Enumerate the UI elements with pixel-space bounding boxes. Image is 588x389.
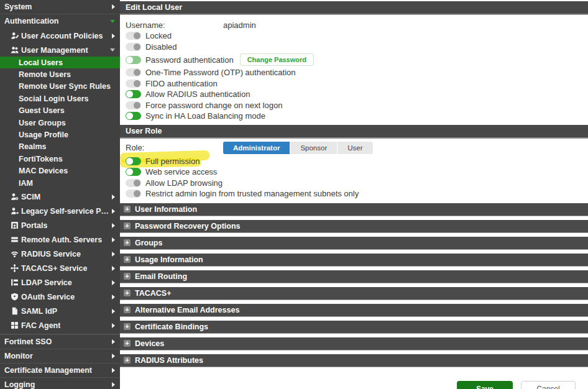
change-password-button[interactable]: Change Password: [240, 53, 314, 66]
sidebar-item-remote-users[interactable]: Remote Users: [0, 68, 120, 80]
expand-plus-icon[interactable]: +: [124, 306, 131, 313]
sidebar-item-logging[interactable]: Logging: [0, 377, 120, 389]
sidebar-item-ldap-service[interactable]: LDAP Service: [0, 276, 120, 289]
sidebar-item-certificate-management[interactable]: Certificate Management: [0, 363, 120, 377]
expand-plus-icon[interactable]: +: [124, 206, 131, 213]
user-role-form: Role: Administrator Sponsor User Full pe…: [120, 142, 588, 199]
sidebar-item-usage-profile[interactable]: Usage Profile: [0, 129, 120, 140]
role-sponsor-button[interactable]: Sponsor: [290, 142, 337, 154]
section-tacacs[interactable]: + TACACS+: [120, 287, 588, 300]
chevron-right-icon: [112, 368, 115, 373]
sidebar-item-fortitokens[interactable]: FortiTokens: [0, 153, 120, 165]
password-auth-toggle[interactable]: [126, 56, 141, 64]
sidebar-item-iam[interactable]: IAM: [0, 177, 120, 189]
expand-plus-icon[interactable]: +: [124, 222, 131, 229]
sidebar-item-oauth-service[interactable]: OAuth Service: [0, 290, 120, 303]
user-arrow-icon: [11, 207, 21, 215]
ha-sync-toggle[interactable]: [126, 112, 141, 120]
section-radius-attributes[interactable]: + RADIUS Attributes: [120, 354, 588, 367]
sidebar-item-user-groups[interactable]: User Groups: [0, 117, 120, 129]
chevron-right-icon: [112, 209, 115, 214]
document-icon: [11, 307, 21, 315]
section-groups[interactable]: + Groups: [120, 237, 588, 250]
sidebar-item-fortinet-sso[interactable]: Fortinet SSO: [0, 334, 120, 349]
sidebar-item-tacacs-service[interactable]: TACACS+ Service: [0, 262, 120, 275]
expand-plus-icon[interactable]: +: [124, 239, 131, 246]
locked-toggle[interactable]: [126, 32, 141, 40]
otp-auth-toggle[interactable]: [126, 68, 141, 76]
section-devices[interactable]: + Devices: [120, 337, 588, 350]
sidebar-item-authentication[interactable]: Authentication: [0, 14, 120, 28]
sidebar-item-label: User Management: [21, 46, 88, 55]
sidebar-item-user-management[interactable]: User Management: [0, 43, 120, 57]
toggle-label: Web service access: [145, 167, 217, 176]
force-password-change-toggle[interactable]: [126, 101, 141, 109]
sidebar-item-label: Portals: [21, 221, 47, 230]
expand-plus-icon[interactable]: +: [124, 290, 131, 296]
section-label: Password Recovery Options: [135, 222, 241, 231]
sidebar-item-remote-auth-servers[interactable]: Remote Auth. Servers: [0, 233, 120, 246]
role-user-button[interactable]: User: [338, 142, 372, 154]
sidebar-item-mac-devices[interactable]: MAC Devices: [0, 165, 120, 177]
sidebar-item-user-account-policies[interactable]: User Account Policies: [0, 29, 120, 42]
sidebar-item-radius-service[interactable]: RADIUS Service: [0, 247, 120, 260]
toggle-label: FIDO authentication: [145, 79, 218, 88]
sidebar-item-remote-user-sync-rules[interactable]: Remote User Sync Rules: [0, 81, 120, 93]
sidebar-item-saml-idp[interactable]: SAML IdP: [0, 304, 120, 318]
expand-plus-icon[interactable]: +: [124, 256, 131, 263]
sidebar-item-label: SAML IdP: [21, 307, 57, 316]
sidebar-item-label: LDAP Service: [21, 278, 72, 287]
sidebar-item-fac-agent[interactable]: FAC Agent: [0, 319, 120, 332]
sidebar-item-label: Authentication: [4, 17, 59, 25]
user-role-header: User Role: [120, 125, 588, 139]
toggle-label: Locked: [145, 31, 172, 40]
ldap-browsing-toggle[interactable]: [126, 179, 141, 187]
sidebar-item-label: Fortinet SSO: [4, 337, 52, 346]
sidebar-item-label: MAC Devices: [19, 167, 68, 175]
disabled-toggle[interactable]: [126, 43, 141, 51]
sidebar-item-label: Social Login Users: [19, 94, 89, 103]
chevron-right-icon: [112, 34, 115, 39]
full-permission-toggle[interactable]: [126, 157, 141, 165]
sidebar-item-label: SCIM: [21, 193, 40, 201]
toggle-row-ha-sync: Sync in HA Load Balancing mode: [126, 111, 588, 122]
expand-plus-icon[interactable]: +: [124, 273, 131, 280]
section-label: Usage Information: [135, 255, 203, 264]
section-label: Groups: [135, 239, 162, 247]
section-password-recovery-options[interactable]: + Password Recovery Options: [120, 220, 588, 233]
section-alternative-email-addresses[interactable]: + Alternative Email Addresses: [120, 304, 588, 317]
toggle-label: Allow RADIUS authentication: [145, 89, 250, 99]
sidebar-item-social-login-users[interactable]: Social Login Users: [0, 93, 120, 104]
sidebar-item-guest-users[interactable]: Guest Users: [0, 105, 120, 117]
cancel-button[interactable]: Cancel: [521, 381, 576, 389]
shield-icon: [11, 293, 21, 301]
sidebar-item-legacy-self-service-portal[interactable]: Legacy Self-service Portal: [0, 204, 120, 217]
sidebar-item-system[interactable]: System: [0, 0, 120, 14]
sidebar-item-realms[interactable]: Realms: [0, 141, 120, 153]
section-certificate-bindings[interactable]: + Certificate Bindings: [120, 321, 588, 334]
section-user-information[interactable]: + User Information: [120, 203, 588, 216]
expand-plus-icon[interactable]: +: [124, 357, 131, 364]
web-service-access-toggle[interactable]: [126, 168, 141, 176]
sidebar-item-portals[interactable]: Portals: [0, 219, 120, 232]
sidebar-item-monitor[interactable]: Monitor: [0, 349, 120, 363]
sidebar-item-scim[interactable]: SCIM: [0, 190, 120, 203]
sidebar-item-label: Certificate Management: [4, 366, 92, 375]
restrict-admin-login-toggle[interactable]: [126, 190, 141, 198]
toggle-label: Password authentication: [145, 55, 234, 65]
app-root: System Authentication User Account Polic…: [0, 0, 588, 389]
fido-auth-toggle[interactable]: [126, 80, 141, 88]
sidebar-item-label: FortiTokens: [19, 155, 63, 163]
role-administrator-button[interactable]: Administrator: [223, 142, 290, 154]
sidebar-item-label: Local Users: [19, 58, 63, 67]
expand-plus-icon[interactable]: +: [124, 340, 131, 347]
network-plus-icon: [11, 264, 21, 272]
section-email-routing[interactable]: + Email Routing: [120, 270, 588, 283]
section-usage-information[interactable]: + Usage Information: [120, 254, 588, 267]
expand-plus-icon[interactable]: +: [124, 323, 131, 330]
save-button[interactable]: Save: [457, 381, 513, 389]
chevron-down-icon: [110, 20, 115, 23]
radius-auth-toggle[interactable]: [126, 90, 141, 98]
sidebar-item-local-users[interactable]: Local Users: [0, 57, 120, 68]
section-label: Alternative Email Addresses: [135, 306, 239, 314]
